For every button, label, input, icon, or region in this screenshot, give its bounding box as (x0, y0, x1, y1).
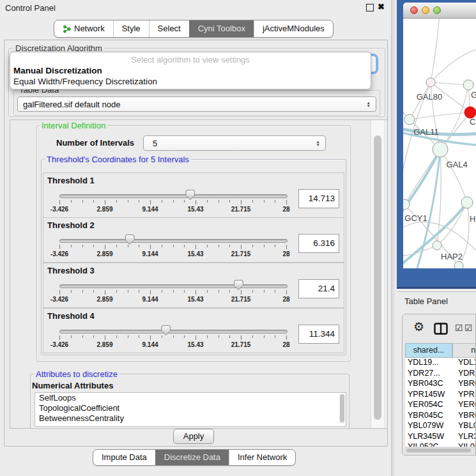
attributes-scrollbar[interactable] (339, 394, 345, 424)
network-node-topright[interactable] (463, 80, 473, 90)
scrollbar-thumb[interactable] (406, 449, 471, 452)
network-node-h[interactable] (461, 197, 473, 208)
scrollbar-thumb[interactable] (340, 394, 344, 422)
column-header-shared-name[interactable]: shared... (405, 343, 452, 358)
tab-jactivemnodules[interactable]: jActiveMNodules (254, 20, 333, 37)
apply-button[interactable]: Apply (173, 429, 214, 444)
network-edge[interactable] (440, 85, 468, 150)
table-cell-shared-name: YLR345W (405, 432, 452, 443)
network-node-bottom[interactable] (454, 261, 463, 268)
float-window-icon[interactable] (366, 4, 374, 12)
threshold-value-field[interactable]: 11.344 (298, 325, 339, 344)
network-edge[interactable] (440, 150, 467, 203)
network-node-label: H (470, 214, 475, 224)
tab-network[interactable]: Network (54, 20, 113, 37)
table-row[interactable]: YIL052CYIL05 (405, 442, 476, 447)
table-row[interactable]: YBL079WYBL07 (405, 421, 476, 432)
slider-tick (252, 335, 253, 338)
slider-tick (207, 245, 208, 247)
slider-tick (105, 245, 105, 249)
network-window-titlebar[interactable] (403, 3, 476, 19)
numerical-attributes-list[interactable]: SelfLoops TopologicalCoefficient Between… (35, 392, 346, 427)
close-window-icon[interactable] (410, 6, 418, 14)
table-data-combobox[interactable]: galFiltered.sif default node ▲▼ (17, 96, 376, 112)
network-edge[interactable] (431, 49, 476, 82)
list-item[interactable]: TopologicalCoefficient (35, 403, 346, 413)
slider-tick (252, 200, 253, 203)
slider-tick (116, 335, 117, 338)
table-row[interactable]: YDR27...YDR27 (405, 369, 476, 380)
slider-tick (229, 200, 230, 203)
network-canvas[interactable]: GAL80GACGAL11GAL4GCY1HHAP2 (403, 19, 476, 268)
threshold-value-field[interactable]: 6.316 (298, 234, 339, 253)
table-cell-shared-name: YDL19... (405, 358, 452, 369)
slider-thumb[interactable] (161, 325, 171, 335)
table-row[interactable]: YLR345WYLR34 (405, 432, 476, 443)
slider-tick-label: 2.859 (89, 250, 121, 257)
network-node-gal11[interactable] (404, 114, 415, 125)
slider-track[interactable] (59, 330, 288, 334)
slider-tick-label: -3.426 (43, 296, 75, 303)
number-of-intervals-combobox[interactable]: 5 ▲▼ (143, 135, 326, 151)
network-edge[interactable] (431, 82, 468, 85)
tab-select[interactable]: Select (149, 20, 189, 37)
minimize-window-icon[interactable] (422, 6, 429, 14)
top-tab-bar: Network Style Select Cyni Toolbox jActiv… (54, 20, 334, 38)
slider-track[interactable] (59, 239, 288, 243)
table-row[interactable]: YDL19...YDL19 (405, 358, 476, 369)
table-row[interactable]: YPR145WYPR14 (405, 390, 476, 401)
table-row[interactable]: YBR045CYBR04 (405, 411, 476, 422)
slider-tick (229, 290, 230, 293)
scrollbar-thumb[interactable] (374, 135, 381, 420)
table-row[interactable]: YBR043CYBR04 (405, 379, 476, 390)
column-header-name[interactable]: name (452, 343, 476, 358)
table-cell-shared-name: YDR27... (405, 369, 452, 380)
dropdown-option-manual[interactable]: Manual Discretization (13, 66, 102, 75)
checkbox-icon[interactable]: ☑ (464, 323, 473, 333)
panel-divider[interactable] (391, 0, 397, 476)
tab-impute-data[interactable]: Impute Data (93, 450, 155, 465)
settings-scrollbar[interactable] (371, 120, 384, 428)
table-row[interactable]: YER054CYER05 (405, 400, 476, 411)
interval-definition-title: Interval Definition (40, 121, 107, 130)
slider-thumb[interactable] (125, 234, 135, 245)
slider-tick-label: 9.144 (134, 296, 166, 303)
zoom-window-icon[interactable] (433, 6, 441, 14)
network-node-label: GCY1 (404, 213, 427, 223)
network-node-hap2[interactable] (433, 241, 441, 250)
network-icon (63, 25, 71, 33)
threshold-panel-1: Threshold 1-3.4262.8599.14415.4321.71528… (43, 173, 344, 218)
slider-tick (207, 335, 208, 338)
threshold-value-field[interactable]: 14.713 (298, 189, 339, 208)
slider-tick (264, 290, 265, 293)
slider-track[interactable] (59, 194, 288, 198)
slider-tick (59, 335, 60, 340)
table-cell-name: YPR14 (452, 390, 476, 401)
slider-track[interactable] (59, 284, 288, 288)
slider-tick (150, 245, 151, 249)
tab-infer-network[interactable]: Infer Network (229, 450, 295, 465)
list-item[interactable]: BetweennessCentrality (35, 413, 346, 424)
network-edge[interactable] (403, 245, 437, 256)
slider-tick (219, 290, 219, 293)
tab-cyni-toolbox[interactable]: Cyni Toolbox (189, 20, 254, 37)
gear-icon[interactable]: ⚙ (413, 319, 424, 334)
slider-thumb[interactable] (234, 280, 243, 290)
slider-tick (162, 335, 162, 338)
close-icon[interactable]: ✖ (378, 2, 385, 12)
slider-thumb[interactable] (185, 190, 195, 200)
table-horizontal-scrollbar[interactable] (405, 447, 476, 454)
threshold-value-field[interactable]: 21.4 (298, 279, 339, 298)
network-edge[interactable] (431, 19, 440, 82)
network-node-pink[interactable] (426, 78, 435, 87)
slider-tick (252, 290, 253, 293)
dropdown-option-equal-width[interactable]: Equal Width/Frequency Discretization (13, 77, 157, 86)
tab-style[interactable]: Style (113, 20, 149, 37)
checkbox-icon[interactable]: ☑ (455, 323, 463, 333)
network-edge[interactable] (417, 150, 440, 268)
network-node-gal4[interactable] (433, 142, 448, 157)
tab-discretize-data[interactable]: Discretize Data (155, 450, 229, 465)
columns-icon[interactable] (434, 322, 448, 336)
slider-tick (93, 290, 94, 293)
list-item[interactable]: SelfLoops (35, 393, 346, 403)
